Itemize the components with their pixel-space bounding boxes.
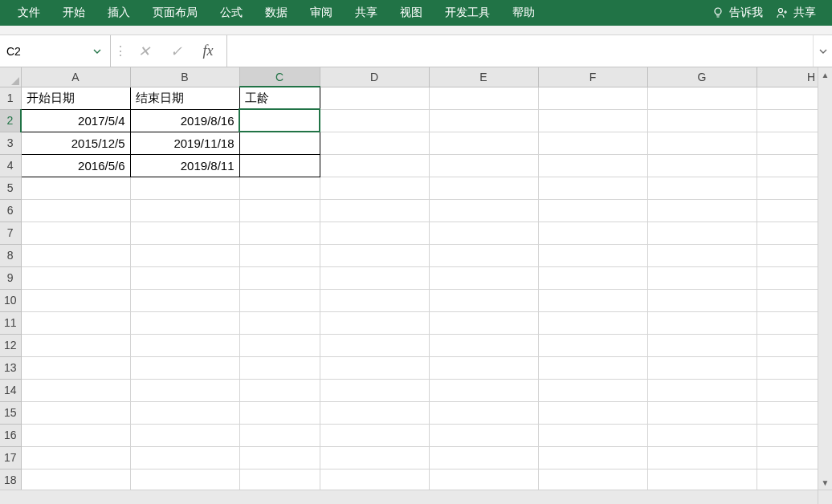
cell-A18[interactable]	[21, 469, 130, 490]
col-header-c[interactable]: C	[239, 67, 320, 87]
row-header-15[interactable]: 15	[0, 401, 21, 424]
cell-B9[interactable]	[130, 266, 239, 289]
cell-G5[interactable]	[647, 177, 757, 199]
row-header-13[interactable]: 13	[0, 356, 21, 379]
cell-C3[interactable]	[239, 132, 320, 154]
col-header-g[interactable]: G	[647, 67, 757, 87]
tab-insert[interactable]: 插入	[96, 0, 141, 26]
cell-D11[interactable]	[320, 311, 429, 334]
cell-G8[interactable]	[647, 244, 757, 266]
select-all-corner[interactable]	[0, 67, 21, 87]
cell-F11[interactable]	[538, 311, 647, 334]
cell-C6[interactable]	[239, 199, 320, 222]
cell-E2[interactable]	[429, 109, 538, 132]
cell-A15[interactable]	[21, 401, 130, 424]
vertical-scrollbar[interactable]: ▲ ▼	[818, 67, 832, 490]
cell-H15[interactable]	[757, 401, 818, 424]
row-header-5[interactable]: 5	[0, 177, 21, 199]
cell-B8[interactable]	[130, 244, 239, 266]
row-header-14[interactable]: 14	[0, 379, 21, 401]
cell-G18[interactable]	[647, 469, 757, 490]
cell-B18[interactable]	[130, 469, 239, 490]
cell-F8[interactable]	[538, 244, 647, 266]
row-header-1[interactable]: 1	[0, 87, 21, 109]
cell-E3[interactable]	[429, 132, 538, 154]
cell-A3[interactable]: 2015/12/5	[21, 132, 130, 154]
cell-E1[interactable]	[429, 87, 538, 109]
cell-H8[interactable]	[757, 244, 818, 266]
cell-C17[interactable]	[239, 446, 320, 469]
cell-B5[interactable]	[130, 177, 239, 199]
cell-E13[interactable]	[429, 356, 538, 379]
cell-F9[interactable]	[538, 266, 647, 289]
cell-G16[interactable]	[647, 424, 757, 446]
cell-A12[interactable]	[21, 334, 130, 356]
cell-F4[interactable]	[538, 154, 647, 177]
cell-G4[interactable]	[647, 154, 757, 177]
cell-H16[interactable]	[757, 424, 818, 446]
cell-H9[interactable]	[757, 266, 818, 289]
cell-C10[interactable]	[239, 289, 320, 311]
share-button[interactable]: 共享	[776, 6, 816, 20]
row-header-7[interactable]: 7	[0, 222, 21, 244]
cell-G10[interactable]	[647, 289, 757, 311]
cell-G2[interactable]	[647, 109, 757, 132]
row-header-3[interactable]: 3	[0, 132, 21, 154]
row-header-11[interactable]: 11	[0, 311, 21, 334]
cell-H5[interactable]	[757, 177, 818, 199]
row-header-8[interactable]: 8	[0, 244, 21, 266]
cell-D9[interactable]	[320, 266, 429, 289]
cell-F12[interactable]	[538, 334, 647, 356]
cell-B16[interactable]	[130, 424, 239, 446]
cell-E11[interactable]	[429, 311, 538, 334]
cell-B11[interactable]	[130, 311, 239, 334]
row-header-18[interactable]: 18	[0, 469, 21, 490]
cell-D13[interactable]	[320, 356, 429, 379]
cell-H6[interactable]	[757, 199, 818, 222]
col-header-h[interactable]: H	[757, 67, 818, 87]
row-header-17[interactable]: 17	[0, 446, 21, 469]
cell-E12[interactable]	[429, 334, 538, 356]
cell-E17[interactable]	[429, 446, 538, 469]
cell-F2[interactable]	[538, 109, 647, 132]
cell-B10[interactable]	[130, 289, 239, 311]
cell-A11[interactable]	[21, 311, 130, 334]
cell-B13[interactable]	[130, 356, 239, 379]
cell-G17[interactable]	[647, 446, 757, 469]
cell-D6[interactable]	[320, 199, 429, 222]
insert-function-button[interactable]: fx	[194, 35, 222, 67]
row-header-10[interactable]: 10	[0, 289, 21, 311]
cell-B6[interactable]	[130, 199, 239, 222]
cell-F14[interactable]	[538, 379, 647, 401]
cell-E5[interactable]	[429, 177, 538, 199]
cell-A10[interactable]	[21, 289, 130, 311]
cell-D3[interactable]	[320, 132, 429, 154]
tab-view[interactable]: 视图	[389, 0, 434, 26]
cell-B14[interactable]	[130, 379, 239, 401]
col-header-f[interactable]: F	[538, 67, 647, 87]
row-header-12[interactable]: 12	[0, 334, 21, 356]
cell-D14[interactable]	[320, 379, 429, 401]
cell-G13[interactable]	[647, 356, 757, 379]
cell-G15[interactable]	[647, 401, 757, 424]
cell-C1[interactable]: 工龄	[239, 87, 320, 109]
cell-C8[interactable]	[239, 244, 320, 266]
cell-B4[interactable]: 2019/8/11	[130, 154, 239, 177]
cell-G7[interactable]	[647, 222, 757, 244]
cell-A1[interactable]: 开始日期	[21, 87, 130, 109]
cell-H3[interactable]	[757, 132, 818, 154]
formula-input[interactable]	[227, 35, 813, 67]
cell-D16[interactable]	[320, 424, 429, 446]
row-header-16[interactable]: 16	[0, 424, 21, 446]
tab-help[interactable]: 帮助	[501, 0, 546, 26]
cell-E9[interactable]	[429, 266, 538, 289]
cell-B7[interactable]	[130, 222, 239, 244]
cell-F17[interactable]	[538, 446, 647, 469]
cell-F5[interactable]	[538, 177, 647, 199]
cell-D10[interactable]	[320, 289, 429, 311]
cell-G6[interactable]	[647, 199, 757, 222]
cell-A5[interactable]	[21, 177, 130, 199]
horizontal-scrollbar[interactable]	[0, 490, 818, 504]
cancel-formula-button[interactable]: ✕	[130, 35, 157, 67]
cell-C11[interactable]	[239, 311, 320, 334]
